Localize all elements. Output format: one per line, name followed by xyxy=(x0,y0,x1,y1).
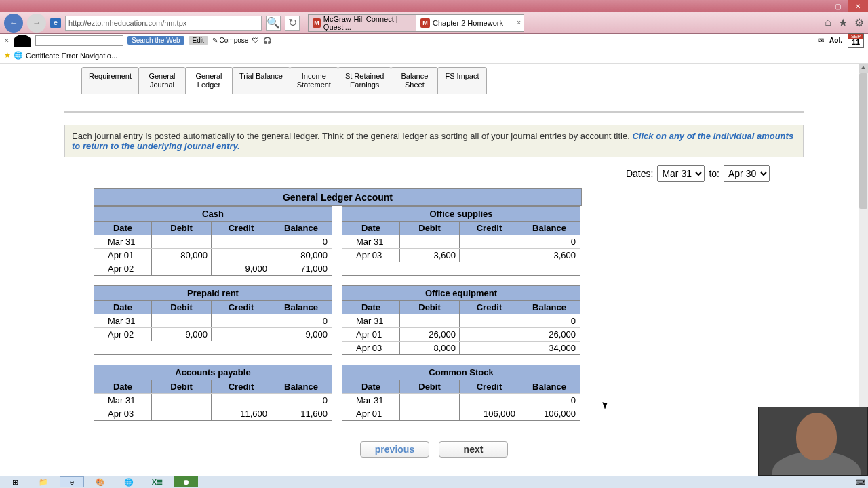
forward-button[interactable]: → xyxy=(27,14,46,33)
tab-balance-sheet[interactable]: Balance Sheet xyxy=(391,67,438,94)
to-label: to: xyxy=(709,168,719,179)
previous-button[interactable]: previous xyxy=(360,441,429,458)
close-button[interactable]: ✕ xyxy=(848,0,868,12)
instruction-box: Each journal entry is posted automatical… xyxy=(64,125,804,157)
date-to-select[interactable]: Apr 30 xyxy=(724,165,770,182)
ledger-row[interactable]: Mar 310 xyxy=(342,235,580,248)
scroll-up-icon[interactable]: ▲ xyxy=(859,64,868,73)
ie-icon: e xyxy=(50,18,61,28)
address-bar[interactable]: http://ezto.mheducation.com/hm.tpx xyxy=(65,16,262,30)
ledger-account: Accounts payableDateDebitCreditBalanceMa… xyxy=(94,365,332,421)
divider xyxy=(64,111,804,113)
close-toolbar-icon[interactable]: ✕ xyxy=(4,37,9,44)
bookmark-item[interactable]: Certificate Error Navigatio... xyxy=(26,52,117,60)
tab-icon: M xyxy=(313,18,321,28)
close-icon[interactable]: × xyxy=(517,19,521,26)
bookmarks-bar: ★ 🌐 Certificate Error Navigatio... xyxy=(0,47,868,64)
tab-retained-earnings[interactable]: St Retained Earnings xyxy=(338,67,391,94)
gear-icon[interactable]: ⚙ xyxy=(854,16,864,29)
windows-taskbar: ⊞ 📁 e 🎨 🌐 X≣ ⏺ ⌨ xyxy=(0,476,868,488)
calendar-icon[interactable]: SEP 11 xyxy=(848,33,864,48)
account-title: Office equipment xyxy=(342,286,580,301)
explorer-icon[interactable]: 📁 xyxy=(31,476,56,487)
worksheet-tabs: Requirement General Journal General Ledg… xyxy=(81,67,868,94)
favorites-icon[interactable]: ★ xyxy=(838,16,848,29)
ledger-account: Prepaid rentDateDebitCreditBalanceMar 31… xyxy=(94,285,332,355)
compose-button[interactable]: ✎ Compose xyxy=(212,37,249,44)
ledger-account: Office suppliesDateDebitCreditBalanceMar… xyxy=(342,206,580,276)
ledger-row[interactable]: Mar 310 xyxy=(94,393,332,407)
ledger-row[interactable]: Apr 0126,00026,000 xyxy=(342,327,580,341)
dates-label: Dates: xyxy=(626,168,653,179)
tab-income-statement[interactable]: Income Statement xyxy=(290,67,338,94)
account-title: Common Stock xyxy=(342,365,580,380)
scroll-thumb[interactable] xyxy=(859,73,867,209)
instruction-text: Each journal entry is posted automatical… xyxy=(72,131,632,141)
tab-general-journal[interactable]: General Journal xyxy=(138,67,186,94)
globe-icon: 🌐 xyxy=(14,51,23,60)
account-title: Prepaid rent xyxy=(94,286,332,301)
ledger-row[interactable]: Apr 029,0009,000 xyxy=(94,327,332,341)
aol-text: Aol. xyxy=(829,37,842,44)
aol-toolbar: ✕ Search the Web Edit ✎ Compose 🛡 🎧 ✉ Ao… xyxy=(0,34,868,47)
maximize-button[interactable]: ▢ xyxy=(827,0,848,12)
headphones-icon[interactable]: 🎧 xyxy=(263,37,271,44)
ledger-row[interactable]: Apr 0311,60011,600 xyxy=(94,407,332,420)
ledger-row[interactable]: Apr 0180,00080,000 xyxy=(94,248,332,262)
browser-tab-2[interactable]: M Chapter 2 Homework × xyxy=(416,14,524,32)
excel-icon[interactable]: X≣ xyxy=(145,476,170,487)
aol-search-input[interactable] xyxy=(35,35,123,46)
browser-tab-1[interactable]: M McGraw-Hill Connect | Questi... xyxy=(308,14,416,32)
account-title: Office supplies xyxy=(342,207,580,222)
home-icon[interactable]: ⌂ xyxy=(825,16,831,29)
tab-requirement[interactable]: Requirement xyxy=(81,67,139,94)
app-icon[interactable]: 🎨 xyxy=(88,476,113,487)
tab-title: Chapter 2 Homework xyxy=(433,19,503,27)
ledger-row[interactable]: Mar 310 xyxy=(94,235,332,248)
mail-icon[interactable]: ✉ xyxy=(818,37,824,44)
browser-nav: ← → e http://ezto.mheducation.com/hm.tpx… xyxy=(0,12,868,34)
shield-icon[interactable]: 🛡 xyxy=(252,37,259,44)
ie-taskbar-icon[interactable]: e xyxy=(60,476,84,487)
ledger-account: Office equipmentDateDebitCreditBalanceMa… xyxy=(342,285,580,355)
keyboard-icon[interactable]: ⌨ xyxy=(856,479,865,486)
minimize-button[interactable]: — xyxy=(807,0,827,12)
ledger-main-header: General Ledger Account xyxy=(94,188,582,206)
tab-title: McGraw-Hill Connect | Questi... xyxy=(323,15,412,31)
ledger-row[interactable]: Apr 033,6003,600 xyxy=(342,248,580,262)
camtasia-icon[interactable]: ⏺ xyxy=(174,476,198,487)
ledger-row[interactable]: Apr 01106,000106,000 xyxy=(342,407,580,420)
account-title: Accounts payable xyxy=(94,365,332,380)
tab-fs-impact[interactable]: FS Impact xyxy=(437,67,486,94)
date-filter: Dates: Mar 31 to: Apr 30 xyxy=(64,165,804,182)
ledger-row[interactable]: Apr 038,00034,000 xyxy=(342,341,580,354)
aol-logo-icon xyxy=(14,35,31,47)
tab-icon: M xyxy=(420,18,430,28)
chrome-icon[interactable]: 🌐 xyxy=(117,476,141,487)
tab-general-ledger[interactable]: General Ledger xyxy=(185,67,233,94)
search-web-button[interactable]: Search the Web xyxy=(127,36,184,45)
ledger-row[interactable]: Mar 310 xyxy=(94,314,332,327)
search-icon[interactable]: 🔍 xyxy=(266,16,281,30)
start-button[interactable]: ⊞ xyxy=(3,476,27,487)
edit-button[interactable]: Edit xyxy=(189,36,208,45)
tab-trial-balance[interactable]: Trial Balance xyxy=(232,67,290,94)
date-from-select[interactable]: Mar 31 xyxy=(657,165,705,182)
refresh-button[interactable]: ↻ xyxy=(285,16,300,30)
window-titlebar: — ▢ ✕ xyxy=(0,0,868,12)
back-button[interactable]: ← xyxy=(4,14,23,33)
ledger-row[interactable]: Mar 310 xyxy=(342,393,580,407)
ledger-row[interactable]: Apr 029,00071,000 xyxy=(94,262,332,275)
ledger-account: CashDateDebitCreditBalanceMar 310Apr 018… xyxy=(94,206,332,276)
next-button[interactable]: next xyxy=(439,441,508,458)
star-icon[interactable]: ★ xyxy=(4,51,11,60)
account-title: Cash xyxy=(94,207,332,222)
webcam-overlay xyxy=(758,407,868,476)
ledger-account: Common StockDateDebitCreditBalanceMar 31… xyxy=(342,365,580,421)
ledger-row[interactable]: Mar 310 xyxy=(342,314,580,327)
page-content: Requirement General Journal General Ledg… xyxy=(0,64,868,488)
